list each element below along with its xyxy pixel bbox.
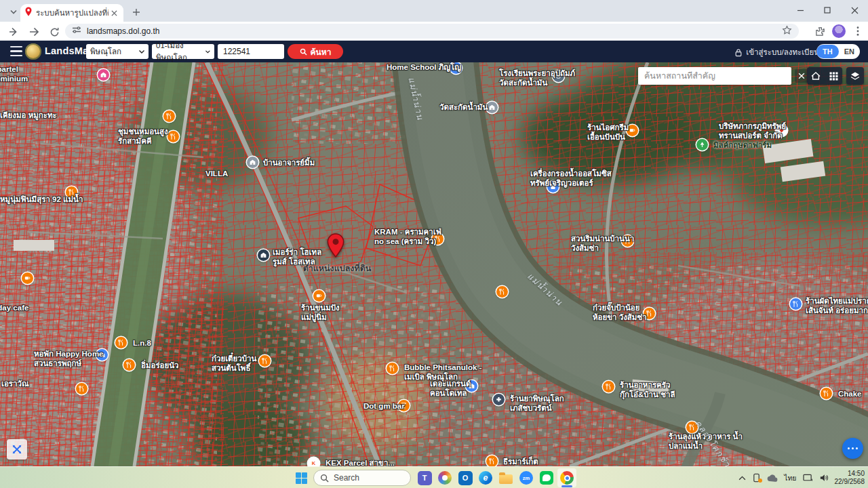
language-toggle: TH EN [816,44,860,59]
pen-display-icon[interactable] [803,474,813,483]
search-icon [300,48,307,56]
menu-hamburger-icon[interactable] [10,46,22,56]
park-icon[interactable] [696,139,708,150]
omnibox[interactable]: landsmaps.dol.go.th [65,24,799,39]
onedrive-cloud-icon[interactable] [767,474,778,482]
poi-label: โรงเรียนพระยาอุปถัมภ์วัดสะกัดน้ำมัน [499,69,575,87]
parcel-location-pin[interactable] [327,233,344,258]
url-text: landsmaps.dol.go.th [87,26,782,36]
taskbar-line-icon[interactable] [537,468,556,487]
map-view-buttons [807,67,842,85]
restaurant-icon[interactable] [115,337,127,348]
restaurant-icon[interactable] [259,355,271,367]
site-info-icon[interactable] [72,25,81,37]
home-icon[interactable] [247,157,258,168]
pharmacy-icon[interactable] [493,394,505,405]
notification-badge [758,479,762,483]
clock-date: 22/9/2568 [835,478,865,487]
taskbar-chrome-icon[interactable] [557,468,576,487]
restaurant-icon[interactable] [790,298,802,310]
lodging-icon[interactable] [258,249,269,261]
layers-icon [850,71,861,81]
poi-label: หมูนุ่มฟินมีสุรา 92 แม่น้ำ [0,195,83,205]
taskbar-edge-icon[interactable]: e [476,468,495,487]
cafe-icon[interactable] [313,290,325,302]
poi-label: อิ่มอร่อยนัว [141,361,179,371]
new-tab-button[interactable] [129,5,144,20]
parcel-number-input[interactable] [218,44,284,59]
poi-label: ร้านยาพิษณุโลกเภสัชบวรัตน์ [510,394,564,413]
poi-label: เคียงมอ หมูกะทะ [0,111,57,121]
grid-basemap-button[interactable] [825,67,842,85]
search-button[interactable]: ค้นหา [288,44,343,59]
profile-avatar[interactable] [831,24,846,39]
window-maximize-button[interactable] [814,0,841,20]
pin-label: ตำแหน่งแปลงที่ดิน [293,262,381,275]
cross-arrows-icon [11,443,23,455]
taskbar-outlook-icon[interactable]: O [456,468,475,487]
river-label: แม่น้ำน่าน [404,76,427,122]
map-search-box[interactable] [638,67,791,85]
taskbar-teams-icon[interactable]: T [415,468,434,487]
bookmark-star-icon[interactable] [782,25,792,38]
poi-label: Chake [838,390,862,399]
district-select[interactable]: 01-เมืองพิษณุโลก [152,44,214,59]
lang-en-button[interactable]: EN [839,45,860,58]
province-select[interactable]: พิษณุโลก [86,44,149,59]
cafe-icon[interactable] [22,272,33,284]
window-minimize-button[interactable] [787,0,814,20]
map-search-input[interactable] [638,71,791,81]
poi-label: L.n.8 [133,339,151,348]
tray-chevron-up-icon[interactable] [738,476,746,481]
restaurant-icon[interactable] [496,286,508,298]
home-icon [810,70,821,81]
hotel-icon[interactable] [98,69,109,81]
svg-text:K: K [311,460,315,466]
forward-button[interactable] [26,24,42,40]
map-text-label: เอราวัณ [1,380,29,389]
kex-icon[interactable]: K [308,458,319,467]
poi-label: KEX Parcel สาขา... [326,459,395,466]
map-canvas[interactable]: The ApartelCondominiumเคียงมอ หมูกะทะชุม… [0,62,868,466]
reload-button[interactable] [46,24,62,40]
taskbar-clock[interactable]: 14:50 22/9/2568 [835,470,865,487]
window-close-button[interactable] [841,0,868,20]
browser-menu-kebab-icon[interactable] [850,24,865,39]
lang-th-button[interactable]: TH [816,45,839,58]
more-actions-fab[interactable] [842,438,863,459]
speaker-icon[interactable] [819,474,829,482]
clock-time: 14:50 [835,470,865,479]
taskbar-explorer-icon[interactable] [496,468,515,487]
phone-link-icon[interactable] [752,473,761,483]
restaurant-icon[interactable] [603,381,614,392]
tab-search-chevron-icon[interactable] [7,5,20,18]
screen: ระบบค้นหารูปแปลงที่ดิน (LandsM... [0,0,868,488]
poi-label: ร้านขนมปังแม่ปูนิ่ม [301,304,340,322]
home-extent-button[interactable] [807,67,825,85]
back-button[interactable] [5,24,22,40]
taskbar-zoom-icon[interactable]: zm [517,468,536,487]
map-search-clear-icon[interactable] [795,69,808,83]
poi-label: The ApartelCondominium [0,65,28,83]
taskbar-search[interactable]: Search [313,470,411,486]
restaurant-icon[interactable] [486,455,498,467]
restaurant-icon[interactable] [163,110,175,122]
tab-close-icon[interactable] [108,7,119,18]
measure-tool-button[interactable] [7,439,27,460]
keyboard-language-indicator[interactable]: ไทย [784,472,796,484]
extensions-puzzle-icon[interactable] [812,24,827,39]
login-link[interactable]: เข้าสู่ระบบ/ลงทะเบียน [734,46,819,58]
restaurant-icon[interactable] [387,363,398,374]
layers-button[interactable] [846,67,864,85]
restaurant-icon[interactable] [821,388,832,399]
restaurant-icon[interactable] [76,383,87,394]
restaurant-icon[interactable] [167,131,179,142]
taskbar-photos-icon[interactable] [435,468,454,487]
start-button[interactable] [292,470,310,486]
map-text-label: VILLA [205,169,228,179]
poi-label: Dot gm bar [363,402,405,411]
restaurant-icon[interactable] [123,359,135,371]
poi-label: มิลค์กฤษดาฟาร์ม [713,141,772,150]
search-icon [320,474,329,483]
browser-tab[interactable]: ระบบค้นหารูปแปลงที่ดิน (LandsM... [20,4,123,22]
